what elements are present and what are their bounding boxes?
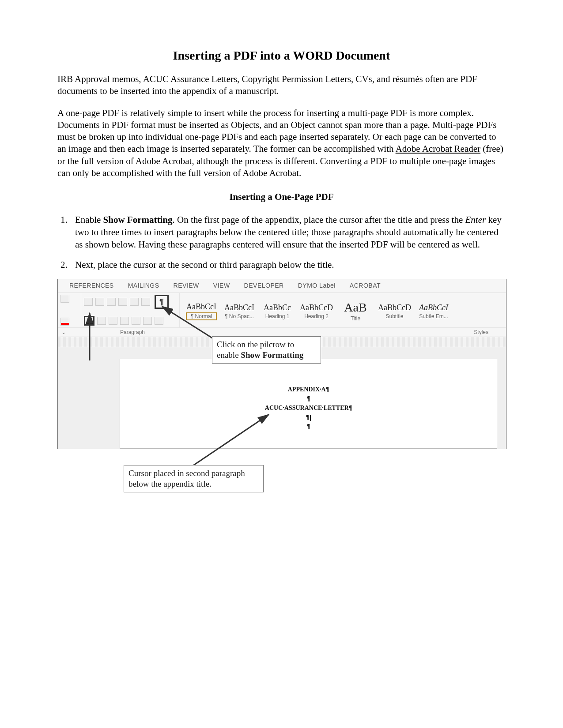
line-spacing-icon[interactable] <box>132 317 140 325</box>
shading-icon[interactable] <box>143 317 152 325</box>
word-screenshot: REFERENCES MAILINGS REVIEW VIEW DEVELOPE… <box>57 279 506 491</box>
style--no-spac-[interactable]: AaBbCcI¶ No Spac... <box>220 303 258 319</box>
callout-pilcrow: Click on the pilcrow to enable Show Form… <box>212 336 321 364</box>
adobe-reader-link[interactable]: Adobe Acrobat Reader <box>396 143 480 154</box>
intro-paragraph-2: A one-page PDF is relatively simple to i… <box>57 107 506 180</box>
style-heading-1[interactable]: AaBbCcHeading 1 <box>258 303 296 319</box>
callout1-bold: Show Formatting <box>241 350 303 360</box>
callout-cursor: Cursor placed in second paragraph below … <box>124 465 264 492</box>
multilevel-icon[interactable] <box>107 298 116 306</box>
decrease-indent-icon[interactable] <box>118 298 127 306</box>
tab-developer[interactable]: DEVELOPER <box>237 281 291 290</box>
font-color-icon[interactable] <box>60 318 69 326</box>
arrow-to-cursor-icon <box>185 411 291 473</box>
step-2: Next, place the cursor at the second or … <box>70 259 506 271</box>
doc-pilcrow-2: ¶ <box>120 413 497 422</box>
clipboard-group-label: ⌄ <box>58 328 83 337</box>
step1-text-b: . On the first page of the appendix, pla… <box>172 214 465 225</box>
style-subtitle[interactable]: AaBbCcDSubtitle <box>374 303 415 319</box>
styles-gallery: AaBbCcI¶ NormalAaBbCcI¶ No Spac...AaBbCc… <box>180 293 506 327</box>
justify-icon[interactable] <box>120 317 129 325</box>
step-1: Enable Show Formatting. On the first pag… <box>70 214 506 251</box>
step1-bold: Show Formatting <box>103 214 173 225</box>
tab-mailings[interactable]: MAILINGS <box>121 281 166 290</box>
doc-line-acuc: ACUC·ASSURANCE·LETTER¶ <box>120 403 497 413</box>
svg-line-0 <box>162 307 216 341</box>
numbering-icon[interactable] <box>95 298 104 306</box>
style-subtle-em-[interactable]: AaBbCcISubtle Em... <box>415 303 453 319</box>
doc-pilcrow-3: ¶ <box>120 422 497 431</box>
align-center-icon[interactable] <box>97 317 106 325</box>
style-title[interactable]: AaBTitle <box>336 300 374 322</box>
step1-italic: Enter <box>465 214 486 225</box>
tab-acrobat[interactable]: ACROBAT <box>343 281 388 290</box>
sort-icon[interactable] <box>141 298 150 306</box>
text-cursor-icon <box>310 415 311 421</box>
arrow-vertical-icon <box>83 310 96 363</box>
format-painter-icon[interactable] <box>60 295 69 303</box>
bullets-icon[interactable] <box>84 298 93 306</box>
style-heading-2[interactable]: AaBbCcDHeading 2 <box>296 303 336 319</box>
increase-indent-icon[interactable] <box>130 298 139 306</box>
styles-group-label: Styles <box>470 328 506 337</box>
step1-text-a: Enable <box>75 214 103 225</box>
ribbon-tabs: REFERENCES MAILINGS REVIEW VIEW DEVELOPE… <box>58 279 506 293</box>
align-right-icon[interactable] <box>109 317 117 325</box>
tab-references[interactable]: REFERENCES <box>62 281 121 290</box>
doc-line-appendix: APPENDIX·A¶ <box>120 385 497 394</box>
document-page: APPENDIX·A¶ ¶ ACUC·ASSURANCE·LETTER¶ ¶ ¶ <box>120 359 497 449</box>
page-title: Inserting a PDF into a WORD Document <box>57 49 506 63</box>
section-heading: Inserting a One-Page PDF <box>57 191 506 203</box>
intro-paragraph-1: IRB Approval memos, ACUC Assurance Lette… <box>57 73 506 98</box>
tab-view[interactable]: VIEW <box>206 281 237 290</box>
tab-dymo[interactable]: DYMO Label <box>291 281 343 290</box>
tab-review[interactable]: REVIEW <box>166 281 206 290</box>
svg-line-2 <box>190 415 268 468</box>
doc-pilcrow-1: ¶ <box>120 394 497 403</box>
